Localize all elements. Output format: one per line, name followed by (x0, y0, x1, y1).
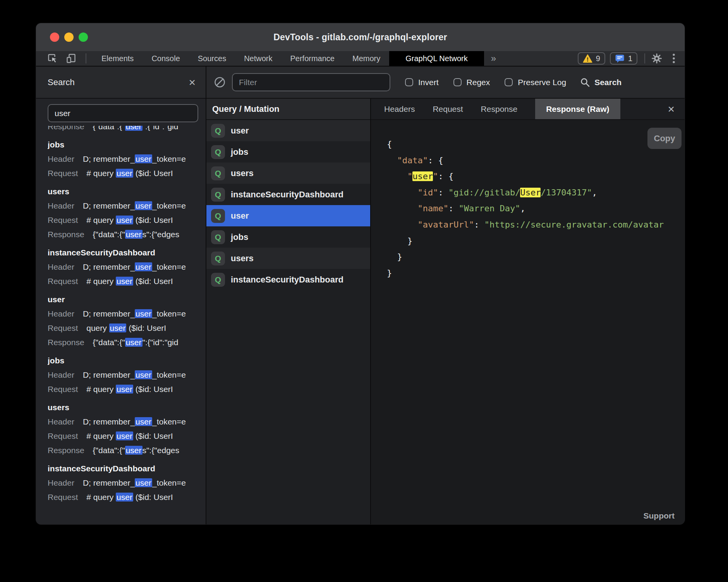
devtools-tab-performance[interactable]: Performance (282, 51, 344, 66)
search-result-line[interactable]: Request# query user ($id: UserI (48, 429, 206, 443)
search-input[interactable] (48, 104, 198, 122)
search-result-line[interactable]: Response{"data":{"users":{"edges (48, 227, 206, 241)
json-line: "name": "Warren Day", (387, 200, 685, 217)
match-highlight: user (116, 169, 133, 178)
search-result-line[interactable]: Requestquery user ($id: UserI (48, 321, 206, 335)
query-type-badge: Q (211, 252, 225, 265)
search-result-line[interactable]: HeaderD; remember_user_token=e (48, 476, 206, 490)
kebab-menu-icon[interactable] (672, 53, 675, 64)
search-result-line[interactable]: Request# query user ($id: UserI (48, 166, 206, 180)
filter-input[interactable] (232, 73, 390, 91)
text-segment: "avatarUrl" (417, 220, 474, 229)
search-result-line[interactable]: Response{"data":{"user":{"id":"gid (48, 126, 206, 134)
search-result-label: Request (48, 169, 78, 178)
text-segment: _token=e (152, 370, 186, 379)
match-highlight: user (116, 431, 133, 440)
match-highlight: user (125, 126, 143, 131)
checkbox-box-preserve-log[interactable] (505, 78, 513, 86)
issues-badge[interactable]: 9 (578, 52, 605, 65)
settings-gear-icon[interactable] (651, 53, 662, 64)
response-tab-request[interactable]: Request (433, 104, 463, 114)
search-result-line[interactable]: Request# query user ($id: UserI (48, 382, 206, 396)
match-highlight: user (116, 216, 133, 224)
text-segment: _token=e (152, 478, 186, 487)
devtools-tab-console[interactable]: Console (143, 51, 189, 66)
filter-checkboxes: InvertRegexPreserve Log (390, 78, 566, 87)
checkbox-regex[interactable]: Regex (453, 78, 490, 87)
devtools-tab-sources[interactable]: Sources (189, 51, 235, 66)
search-result-line[interactable]: Request# query user ($id: UserI (48, 490, 206, 504)
json-viewer: { "data": { "user": { "id": "gid://gitla… (387, 136, 685, 501)
match-highlight: user (116, 385, 133, 394)
inspect-element-icon[interactable] (47, 53, 58, 64)
search-close-icon[interactable]: × (189, 77, 196, 88)
query-list-item[interactable]: Quser (206, 205, 370, 226)
query-list-item[interactable]: Qusers (206, 163, 370, 184)
text-segment: _token=e (152, 309, 186, 318)
search-result-line[interactable]: HeaderD; remember_user_token=e (48, 199, 206, 213)
more-tabs-icon[interactable]: » (484, 53, 503, 64)
text-segment: "data" (397, 156, 428, 165)
match-highlight: user (125, 230, 143, 239)
search-result-line[interactable]: HeaderD; remember_user_token=e (48, 414, 206, 429)
search-result-line[interactable]: Request# query user ($id: UserI (48, 213, 206, 227)
match-highlight: user (135, 201, 152, 210)
messages-badge[interactable]: 1 (610, 52, 637, 65)
search-result-label: Header (48, 417, 74, 426)
maximize-window-button[interactable] (79, 33, 88, 42)
search-result-line[interactable]: Request# query user ($id: UserI (48, 274, 206, 288)
search-result-line[interactable]: HeaderD; remember_user_token=e (48, 306, 206, 321)
checkbox-invert[interactable]: Invert (405, 78, 439, 87)
filter-search-toggle[interactable]: Search (580, 77, 622, 87)
search-result-line[interactable]: Response{"data":{"users":{"edges (48, 443, 206, 457)
device-toolbar-icon[interactable] (65, 53, 77, 64)
devtools-tab-network[interactable]: Network (235, 51, 281, 66)
warning-icon (583, 54, 592, 63)
checkbox-box-regex[interactable] (453, 78, 462, 86)
query-list-item[interactable]: QinstanceSecurityDashboard (206, 184, 370, 205)
minimize-window-button[interactable] (64, 33, 74, 42)
search-result-group: instanceSecurityDashboardHeaderD; rememb… (48, 245, 206, 288)
search-result-line[interactable]: HeaderD; remember_user_token=e (48, 260, 206, 274)
clear-icon[interactable] (213, 76, 226, 89)
search-result-line[interactable]: HeaderD; remember_user_token=e (48, 152, 206, 166)
search-result-label: Response (48, 446, 84, 455)
text-segment: # query (86, 216, 116, 224)
search-result-group-title: instanceSecurityDashboard (48, 461, 206, 476)
text-segment: {"data":{" (93, 230, 125, 239)
response-close-icon[interactable]: × (668, 103, 675, 115)
text-segment: , (520, 204, 525, 213)
query-list-item[interactable]: Quser (206, 120, 370, 141)
query-list-item[interactable]: Qjobs (206, 141, 370, 163)
checkbox-preserve-log[interactable]: Preserve Log (505, 78, 566, 87)
query-mutation-panel: Query / Mutation QuserQjobsQusersQinstan… (206, 99, 371, 524)
text-segment: : (438, 188, 448, 197)
search-result-line[interactable]: HeaderD; remember_user_token=e (48, 368, 206, 382)
query-list-item-label: users (231, 168, 254, 178)
text-segment: {"data":{" (93, 446, 125, 455)
devtools-tab-graphql-network[interactable]: GraphQL Network (389, 51, 484, 66)
devtools-tab-elements[interactable]: Elements (93, 51, 143, 66)
query-list-item[interactable]: Qjobs (206, 226, 370, 248)
close-window-button[interactable] (50, 33, 59, 42)
text-segment: _token=e (152, 154, 186, 163)
text-segment: : (448, 204, 459, 213)
search-result-group: usersHeaderD; remember_user_token=eReque… (48, 184, 206, 241)
query-type-badge: Q (211, 230, 225, 244)
json-line: } (387, 265, 685, 281)
text-segment (387, 188, 417, 197)
response-tab-headers[interactable]: Headers (384, 104, 415, 114)
checkbox-label-regex: Regex (467, 78, 490, 87)
match-highlight: user (116, 493, 133, 502)
search-result-line[interactable]: Response{"data":{"user":{"id":"gid (48, 335, 206, 349)
search-result-label: Request (48, 385, 78, 394)
response-tab-response[interactable]: Response (481, 104, 518, 114)
devtools-tab-memory[interactable]: Memory (343, 51, 389, 66)
response-tab-response-raw-[interactable]: Response (Raw) (535, 99, 620, 119)
support-link[interactable]: Support (644, 511, 675, 520)
search-result-label: Request (48, 216, 78, 224)
query-list-item[interactable]: Qusers (206, 248, 370, 269)
query-list-item[interactable]: QinstanceSecurityDashboard (206, 269, 370, 290)
match-highlight: user (125, 338, 143, 347)
checkbox-box-invert[interactable] (405, 78, 413, 86)
